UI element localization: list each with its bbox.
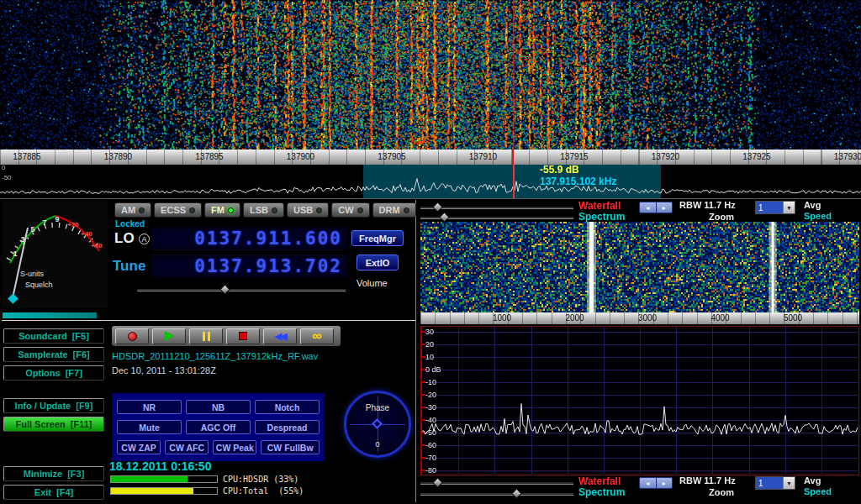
s-plus-label: +60 xyxy=(91,242,103,249)
slider-thumb[interactable] xyxy=(432,202,443,213)
mode-lsb-button[interactable]: LSB xyxy=(243,202,284,218)
cw-peak-button[interactable]: CW Peak xyxy=(213,440,256,454)
mute-button[interactable]: Mute xyxy=(117,420,182,434)
spin-right-icon[interactable]: ► xyxy=(657,478,673,488)
mode-label: DRM xyxy=(379,205,400,215)
rewind-button[interactable]: ◀◀ xyxy=(263,328,297,344)
avg-combobox[interactable]: 1 ▼ xyxy=(755,201,795,214)
soundcard-button[interactable]: Soundcard [F5] xyxy=(3,328,104,344)
slider-thumb[interactable] xyxy=(511,488,522,499)
main-waterfall-display[interactable] xyxy=(0,0,861,150)
agc-off-button[interactable]: AGC Off xyxy=(186,420,251,434)
notch-button[interactable]: Notch xyxy=(255,400,320,414)
waterfall-label-bottom: Waterfall xyxy=(578,475,621,487)
dsp-row: Mute AGC Off Despread xyxy=(117,420,320,434)
despread-button[interactable]: Despread xyxy=(255,420,320,434)
scale-tick-label: 137905 xyxy=(378,152,405,161)
cursor-frequency-readout: 137.915.102 kHz xyxy=(540,176,616,187)
waterfall-brightness-slider-bottom[interactable] xyxy=(420,479,573,487)
mode-drm-button[interactable]: DRM xyxy=(372,202,416,218)
zoom-label: Zoom xyxy=(709,212,734,222)
loop-button[interactable]: ∞ xyxy=(300,328,334,344)
freqmgr-button[interactable]: FreqMgr xyxy=(351,230,404,246)
lo-frequency-display[interactable]: 0137.911.600 xyxy=(151,227,348,250)
pause-button[interactable] xyxy=(189,328,223,344)
spectrum-contrast-slider[interactable] xyxy=(420,213,573,222)
stop-button[interactable] xyxy=(226,328,260,344)
spin-right-icon[interactable]: ► xyxy=(657,202,673,213)
dsp-panel: NR NB Notch Mute AGC Off Despread CW ZAP… xyxy=(112,393,325,461)
extio-button[interactable]: ExtIO xyxy=(357,255,399,270)
db-axis-label: -80 xyxy=(425,466,436,475)
db-axis-label: -10 xyxy=(425,378,436,386)
play-button[interactable] xyxy=(152,328,186,344)
spectrum-contrast-slider-bottom[interactable] xyxy=(420,490,573,498)
mode-label: ECSS xyxy=(161,205,186,215)
cw-afc-button[interactable]: CW AFC xyxy=(165,440,209,454)
minimize-button[interactable]: Minimize [F3] xyxy=(3,466,104,481)
db-axis-label: 10 xyxy=(425,353,434,361)
mode-fm-button[interactable]: FM xyxy=(204,202,240,218)
info-update-button[interactable]: Info / Update [F9] xyxy=(3,398,104,413)
mode-am-button[interactable]: AM xyxy=(114,202,151,218)
mode-usb-button[interactable]: USB xyxy=(287,202,329,218)
waterfall-brightness-slider[interactable] xyxy=(420,203,573,212)
s-units-label: S-units xyxy=(20,270,45,278)
button-hotkey: [F7] xyxy=(66,368,82,378)
playback-toolbar: ◀◀ ∞ xyxy=(112,326,341,346)
mode-ecss-button[interactable]: ECSS xyxy=(154,202,202,218)
slider-thumb[interactable] xyxy=(439,212,450,223)
audio-frequency-scale[interactable]: 10002000300040005000 xyxy=(420,312,859,324)
mode-led-icon xyxy=(272,207,277,213)
db-axis-label: -40 xyxy=(425,416,436,424)
nb-button[interactable]: NB xyxy=(186,400,251,414)
avg-combobox-bottom[interactable]: 1 ▼ xyxy=(755,476,795,490)
scale-tick-label: 137885 xyxy=(13,152,40,161)
phase-indicator[interactable]: Phase 0 xyxy=(344,391,411,458)
mode-led-icon xyxy=(357,207,363,213)
record-button[interactable] xyxy=(115,328,149,344)
spectrum-label-bottom: Spectrum xyxy=(578,486,625,498)
button-label: Soundcard xyxy=(18,331,66,341)
fullscreen-button[interactable]: Full Screen [F11] xyxy=(3,417,104,432)
s-meter[interactable]: 1 3 5 7 9 +20 +40 +60 S-units Squelch xyxy=(2,201,108,308)
speed-label: Speed xyxy=(804,211,832,221)
squelch-level-bar[interactable] xyxy=(3,312,97,318)
chevron-down-icon[interactable]: ▼ xyxy=(783,477,795,489)
s-label: 7 xyxy=(42,218,46,227)
waterfall-label: Waterfall xyxy=(578,200,621,212)
audio-waterfall-display[interactable] xyxy=(420,222,859,312)
spin-left-icon[interactable]: ◄ xyxy=(640,202,657,213)
rbw-label-bottom: RBW 11.7 Hz xyxy=(679,475,736,486)
scale-tick-label: 137915 xyxy=(560,152,588,161)
exit-button[interactable]: Exit [F4] xyxy=(3,485,104,500)
s-plus-label: +20 xyxy=(67,221,79,228)
cw-zap-button[interactable]: CW ZAP xyxy=(117,440,161,454)
frequency-scale[interactable]: 1378851378901378951379001379051379101379… xyxy=(0,150,861,165)
main-spectrum-display[interactable]: 0 -50 -55.9 dB 137.915.102 kHz xyxy=(0,165,861,198)
samplerate-button[interactable]: Samplerate [F6] xyxy=(3,347,104,362)
spin-left-icon[interactable]: ◄ xyxy=(640,478,657,488)
chevron-down-icon[interactable]: ▼ xyxy=(783,202,795,213)
slider-thumb[interactable] xyxy=(432,477,443,488)
lo-auto-badge[interactable]: A xyxy=(139,234,150,244)
scale-tick-label: 2000 xyxy=(565,313,584,323)
audio-spectrum-canvas[interactable] xyxy=(422,327,858,474)
options-button[interactable]: Options [F7] xyxy=(3,365,104,381)
volume-slider[interactable] xyxy=(137,286,346,294)
main-spectrum-canvas[interactable] xyxy=(0,165,861,198)
cpu-hdsdr-bar xyxy=(110,475,218,483)
mode-led-icon xyxy=(404,207,409,213)
mode-cw-button[interactable]: CW xyxy=(331,202,369,218)
button-hotkey: [F4] xyxy=(56,487,73,497)
pause-icon xyxy=(203,332,205,341)
db-axis-label: -60 xyxy=(425,441,436,449)
rewind-icon: ◀◀ xyxy=(275,332,286,341)
cw-fullbw-button[interactable]: CW FullBw xyxy=(261,440,320,454)
tune-frequency-display[interactable]: 0137.913.702 xyxy=(151,255,348,278)
zoom-spin-control-bottom: ◄ ► xyxy=(639,477,673,489)
nr-button[interactable]: NR xyxy=(117,400,182,414)
slider-thumb[interactable] xyxy=(219,284,230,295)
scale-tick-label: 5000 xyxy=(784,313,802,323)
audio-spectrum-display[interactable]: 3020100 dB-10-20-30-40-50-60-70-80 xyxy=(420,326,859,475)
